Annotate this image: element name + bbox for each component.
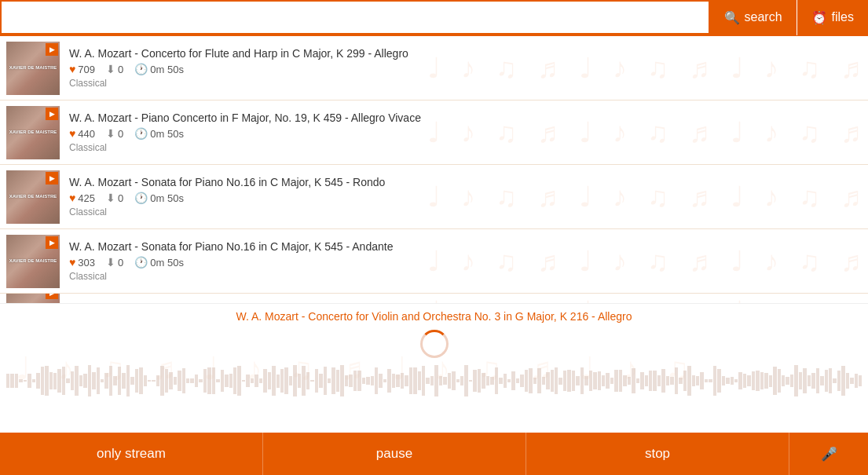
waveform-bar: [764, 373, 767, 389]
track-info: W. A. Mozart - Concerto for Flute and Ha…: [69, 47, 862, 89]
waveform-bar: [225, 375, 228, 387]
duration: 🕐 0m 50s: [134, 127, 184, 140]
mic-icon: 🎤: [821, 446, 837, 462]
waveform-bar: [268, 372, 271, 389]
now-playing-title: W. A. Mozart - Concerto for Violin and O…: [0, 304, 868, 326]
waveform-bar: [563, 371, 566, 391]
only-stream-button[interactable]: only stream: [0, 433, 263, 475]
search-input[interactable]: mozart: [0, 0, 710, 35]
waveform-bar: [345, 375, 348, 386]
waveform-bar: [75, 366, 78, 395]
waveform-bar: [156, 375, 159, 386]
mic-button[interactable]: 🎤: [789, 433, 868, 475]
track-title: W. A. Mozart - Sonata for Piano No.16 in…: [69, 240, 862, 253]
waveform-bar: [83, 374, 86, 387]
waveform-bar: [45, 366, 48, 396]
downloads-count: ⬇ 0: [106, 256, 123, 269]
thumb-play-overlay: ▶: [46, 236, 58, 249]
track-info: W. A. Mozart - Piano Concerto in F Major…: [69, 111, 862, 153]
waveform-bar: [709, 379, 712, 383]
track-title: W. A. Mozart - Concerto for Flute and Ha…: [69, 47, 862, 60]
waveform-bar: [439, 376, 442, 386]
waveform-bar: [426, 378, 429, 383]
waveform-bar: [464, 365, 467, 396]
waveform-bar: [57, 369, 60, 393]
waveform-bar: [418, 371, 421, 390]
track-item[interactable]: XAVIER DE MAISTRE ▶ W. A. Mozart - Piano…: [0, 100, 868, 165]
waveform-bar: [799, 372, 802, 389]
waveform-bar: [302, 366, 305, 396]
waveform-bar: [118, 367, 121, 395]
track-thumb: XAVIER DE MAISTRE ▶: [6, 106, 60, 159]
waveform-bar: [542, 377, 545, 384]
waveform-bar: [640, 372, 643, 389]
waveform-bar: [507, 379, 511, 382]
waveform-bar: [679, 378, 682, 385]
waveform-bar: [379, 374, 382, 388]
waveform-bar: [336, 370, 339, 392]
waveform-bar: [816, 368, 819, 393]
waveform-bar: [62, 367, 65, 395]
track-meta: ♥ 709 ⬇ 0 🕐 0m 50s: [69, 63, 862, 75]
track-genre: Classical: [69, 206, 862, 217]
files-button[interactable]: ⏰ files: [797, 0, 868, 35]
waveform-bar: [837, 371, 841, 391]
track-title: W. A. Mozart - Sonata for Piano No.16 in…: [69, 176, 862, 188]
waveform-bar: [478, 369, 481, 393]
track-info: W. A. Mozart - Sonata for Piano No.16 in…: [69, 240, 862, 282]
waveform-bar: [182, 368, 185, 393]
waveform-bar: [263, 369, 266, 392]
waveform-bar: [203, 369, 207, 393]
clock-icon: 🕐: [134, 192, 148, 204]
track-meta: ♥ 440 ⬇ 0 🕐 0m 50s: [69, 127, 862, 140]
waveform-bar: [460, 376, 463, 386]
search-button[interactable]: 🔍 search: [710, 0, 797, 35]
player-section: ♩ ♪ ♫ ♬ ♩ ♪ ♫ ♬ ♩ ♪ ♫ ♬ ♩ ♪ ♫ W. A. Moza…: [0, 303, 868, 433]
track-item[interactable]: XAVIER DE MAISTRE ▶ W. A. Mozart - Conce…: [0, 36, 868, 100]
loading-spinner: [420, 330, 449, 358]
waveform-bar: [696, 376, 699, 385]
waveform-bar: [533, 378, 537, 384]
track-thumb: XAVIER DE MAISTRE ▶: [6, 170, 60, 224]
waveform-bar: [811, 373, 815, 389]
waveform-bar: [499, 378, 502, 383]
waveform-bar: [820, 376, 823, 385]
waveform-bar: [259, 378, 262, 383]
waveform-bar: [383, 379, 386, 383]
waveform-bar: [670, 377, 673, 385]
waveform-bar: [315, 369, 318, 392]
waveform-bar: [687, 366, 690, 396]
waveform-bar: [790, 375, 793, 387]
waveform-bar: [769, 375, 772, 387]
waveform-bar: [280, 369, 284, 392]
waveform-bar: [195, 375, 198, 387]
waveform-bar: [434, 365, 438, 396]
waveform-bar: [293, 365, 296, 396]
waveform-bar: [756, 371, 759, 392]
waveform-bar: [833, 378, 836, 383]
track-item[interactable]: XAVIER DE MAISTRE ▶ W. A. Mozart - Sonat…: [0, 229, 868, 294]
waveform-bar: [319, 374, 322, 388]
waveform-bar: [109, 366, 112, 396]
downloads-count: ⬇ 0: [106, 127, 123, 140]
waveform-bar: [726, 378, 729, 383]
track-item[interactable]: XAVIER DE MAISTRE ▶ W. A. Mozart - Sonat…: [0, 165, 868, 229]
waveform-bar: [41, 367, 44, 396]
waveform-bar: [504, 374, 507, 388]
waveform-bar: [683, 371, 687, 390]
waveform-bar: [27, 374, 31, 388]
waveform-bar: [10, 374, 13, 388]
waveform-bar: [349, 375, 352, 387]
pause-button[interactable]: pause: [263, 433, 526, 475]
waveform-bar: [516, 378, 519, 383]
waveform-bar: [126, 365, 130, 396]
waveform-bar: [628, 377, 631, 385]
likes-count: ♥ 303: [69, 256, 95, 269]
stop-button[interactable]: stop: [526, 433, 789, 475]
waveform-bar: [160, 366, 163, 395]
waveform-bar: [657, 375, 661, 387]
waveform-bar: [555, 367, 558, 394]
waveform-bar: [396, 375, 399, 386]
waveform-bar: [92, 372, 95, 389]
waveform-bar: [546, 372, 549, 389]
